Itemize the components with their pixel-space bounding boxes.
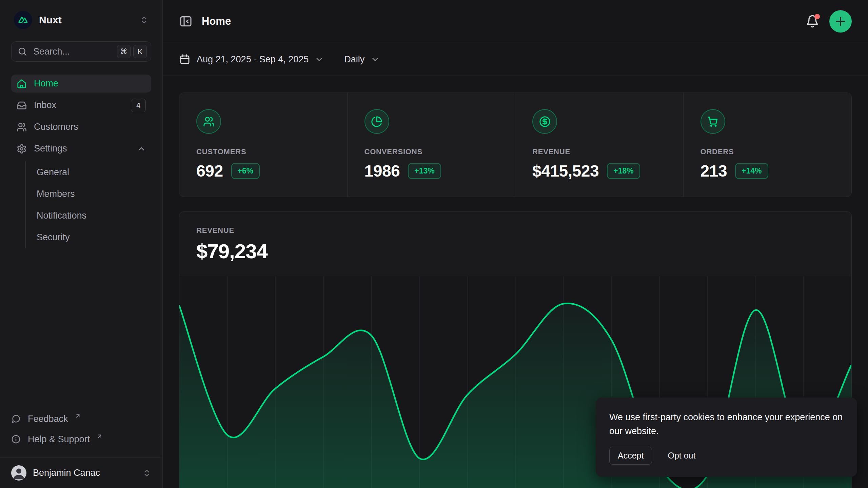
sidebar-item-label: Inbox: [34, 100, 56, 110]
inbox-icon: [17, 100, 27, 110]
opt-out-button[interactable]: Opt out: [668, 451, 695, 461]
accept-button[interactable]: Accept: [609, 447, 652, 465]
notification-dot: [814, 14, 820, 19]
stat-card-conversions[interactable]: CONVERSIONS 1986 +13%: [348, 93, 516, 197]
stat-delta-badge: +18%: [607, 163, 640, 179]
page-header: Home: [163, 0, 868, 43]
stat-label: REVENUE: [532, 147, 666, 156]
info-circle-icon: [11, 434, 21, 444]
sidebar-item-label: Customers: [34, 122, 78, 132]
user-menu[interactable]: Benjamin Canac: [0, 458, 162, 488]
gear-icon: [17, 144, 27, 154]
chat-bubble-icon: [11, 414, 21, 424]
shopping-cart-icon: [701, 109, 725, 134]
date-range-value: Aug 21, 2025 - Sep 4, 2025: [197, 54, 309, 65]
sidebar-collapse-button[interactable]: [179, 15, 193, 28]
sidebar-item-notifications[interactable]: Notifications: [26, 205, 151, 226]
users-icon: [17, 122, 27, 132]
feedback-label: Feedback: [28, 414, 68, 424]
granularity-value: Daily: [344, 54, 364, 65]
users-icon: [196, 109, 221, 134]
brand-name: Nuxt: [39, 14, 133, 26]
help-support-label: Help & Support: [28, 434, 90, 445]
filters-toolbar: Aug 21, 2025 - Sep 4, 2025 Daily: [163, 43, 868, 76]
stat-label: CUSTOMERS: [196, 147, 330, 156]
revenue-label: REVENUE: [196, 226, 834, 235]
pie-chart-icon: [364, 109, 389, 134]
plus-icon: [835, 16, 846, 27]
panel-collapse-icon: [179, 15, 193, 28]
user-avatar: [11, 465, 26, 481]
stats-row: CUSTOMERS 692 +6% CONVERSIONS 1986 +13%: [179, 93, 852, 197]
stat-value: 692: [196, 162, 223, 180]
granularity-select[interactable]: Daily: [344, 54, 380, 65]
stat-label: ORDERS: [701, 147, 835, 156]
stat-value: 213: [701, 162, 727, 180]
stat-card-customers[interactable]: CUSTOMERS 692 +6%: [179, 93, 348, 197]
stat-delta-badge: +14%: [735, 163, 768, 179]
notifications-button[interactable]: [806, 15, 819, 28]
calendar-icon: [179, 54, 191, 65]
sidebar-item-label: Settings: [34, 143, 67, 154]
stat-card-orders[interactable]: ORDERS 213 +14%: [684, 93, 852, 197]
home-icon: [17, 79, 27, 89]
chevron-up-icon: [137, 144, 146, 153]
sidebar: Nuxt Search... ⌘ K Home Inbox 4: [0, 0, 163, 488]
stat-value: 1986: [364, 162, 400, 180]
main-area: Home Aug 21, 2025 - Sep 4, 2025 Daily: [163, 0, 868, 488]
stat-value: $415,523: [532, 162, 599, 180]
sidebar-item-label: Home: [34, 78, 58, 89]
search-placeholder: Search...: [33, 46, 111, 57]
nuxt-logo-icon: [14, 11, 32, 29]
sidebar-item-inbox[interactable]: Inbox 4: [11, 96, 151, 114]
external-link-icon: [96, 433, 103, 440]
chevron-updown-icon: [140, 16, 149, 24]
sidebar-footer: Feedback Help & Support: [0, 409, 162, 458]
user-name: Benjamin Canac: [33, 468, 136, 478]
help-support-link[interactable]: Help & Support: [11, 429, 151, 449]
circle-dollar-icon: [532, 109, 557, 134]
add-button[interactable]: [829, 10, 852, 33]
sidebar-item-settings[interactable]: Settings: [11, 140, 151, 158]
date-range-picker[interactable]: Aug 21, 2025 - Sep 4, 2025: [179, 54, 324, 65]
kbd-cmd: ⌘: [117, 45, 131, 58]
chevron-down-icon: [315, 55, 324, 64]
kbd-k: K: [133, 45, 147, 58]
revenue-value: $79,234: [196, 240, 834, 263]
feedback-link[interactable]: Feedback: [11, 409, 151, 429]
sidebar-item-members[interactable]: Members: [26, 183, 151, 205]
search-shortcut: ⌘ K: [117, 45, 147, 58]
cookie-banner: We use first-party cookies to enhance yo…: [596, 398, 857, 477]
settings-subnav: General Members Notifications Security: [25, 161, 151, 248]
page-title: Home: [202, 15, 231, 27]
chevron-updown-icon: [142, 469, 151, 477]
sidebar-item-security[interactable]: Security: [26, 226, 151, 248]
search-input[interactable]: Search... ⌘ K: [11, 41, 151, 62]
sidebar-item-home[interactable]: Home: [11, 75, 151, 93]
workspace-switcher[interactable]: Nuxt: [11, 9, 151, 31]
inbox-count-badge: 4: [131, 99, 146, 112]
sidebar-nav: Home Inbox 4 Customers Settings General: [11, 75, 151, 248]
sidebar-item-customers[interactable]: Customers: [11, 118, 151, 136]
stat-delta-badge: +6%: [231, 163, 260, 179]
stat-card-revenue[interactable]: REVENUE $415,523 +18%: [515, 93, 684, 197]
sidebar-item-general[interactable]: General: [26, 161, 151, 183]
external-link-icon: [75, 413, 81, 419]
stat-delta-badge: +13%: [408, 163, 441, 179]
search-icon: [18, 47, 27, 56]
stat-label: CONVERSIONS: [364, 147, 498, 156]
chevron-down-icon: [371, 55, 380, 64]
cookie-message: We use first-party cookies to enhance yo…: [609, 410, 844, 438]
